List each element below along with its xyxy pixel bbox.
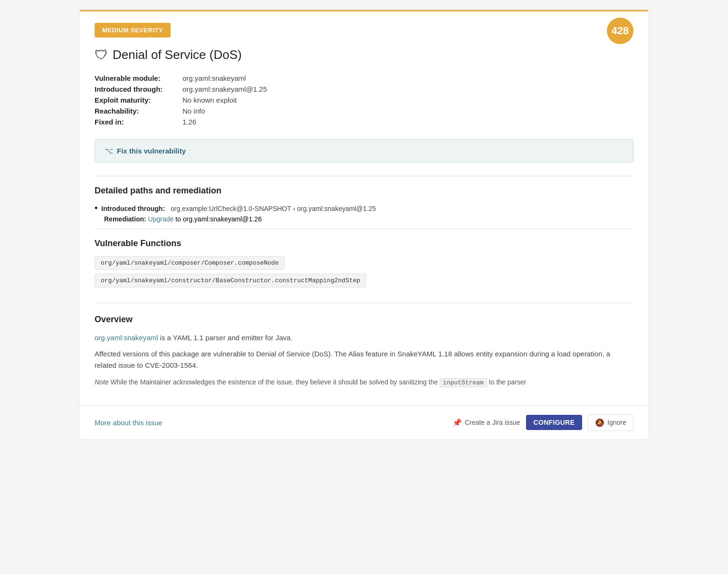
note-italic: Note	[95, 378, 109, 386]
vuln-title-row: 🛡 Denial of Service (DoS)	[95, 47, 633, 63]
bullet-icon: •	[95, 203, 97, 213]
fixed-in-value: 1.26	[182, 118, 196, 126]
overview-note: Note While the Maintainer acknowledges t…	[95, 377, 633, 388]
path-item-1: • Introduced through: org.example:UrlChe…	[95, 203, 633, 223]
divider-3	[95, 303, 633, 303]
remediation-label: Remediation:	[104, 215, 146, 223]
overview-title: Overview	[95, 315, 633, 325]
fix-banner-icon: ⌥	[105, 146, 113, 155]
shield-icon: 🛡	[95, 47, 108, 63]
meta-vulnerable-module: Vulnerable module: org.yaml:snakeyaml	[95, 74, 633, 82]
note-rest: While the Maintainer acknowledges the ex…	[109, 378, 438, 386]
introduced-through-value: org.yaml:snakeyaml@1.25	[182, 85, 267, 93]
overview-body: Affected versions of this package are vu…	[95, 348, 633, 371]
overview-section: Overview org.yaml:snakeyaml is a YAML 1.…	[95, 315, 633, 396]
vulnerable-module-value: org.yaml:snakeyaml	[182, 74, 246, 82]
ignore-label: Ignore	[607, 419, 626, 426]
note-end: to the parser	[487, 378, 527, 386]
card-body: MEDIUM SEVERITY 428 🛡 Denial of Service …	[79, 11, 649, 396]
vulnerability-card: MEDIUM SEVERITY 428 🛡 Denial of Service …	[79, 10, 649, 440]
exploit-maturity-value: No known exploit	[182, 96, 237, 104]
exploit-maturity-label: Exploit maturity:	[95, 96, 182, 104]
meta-table: Vulnerable module: org.yaml:snakeyaml In…	[95, 74, 633, 126]
vulnerable-module-label: Vulnerable module:	[95, 74, 182, 82]
more-about-link[interactable]: More about this issue	[95, 419, 163, 427]
remediation-rest: to org.yaml:snakeyaml@1.26	[173, 215, 261, 223]
configure-button[interactable]: CONFIGURE	[526, 415, 583, 430]
remediation-upgrade-link[interactable]: Upgrade	[148, 215, 174, 223]
footer-actions: 📌 Create a Jira issue CONFIGURE 🔕 Ignore	[452, 414, 633, 431]
divider-1	[95, 176, 633, 176]
ignore-icon: 🔕	[595, 418, 604, 427]
vuln-function-1: org/yaml/snakeyaml/composer/Composer.com…	[95, 256, 285, 270]
vuln-function-2: org/yaml/snakeyaml/constructor/BaseConst…	[95, 274, 366, 287]
create-jira-label: Create a Jira issue	[465, 419, 520, 426]
detailed-paths-title: Detailed paths and remediation	[95, 186, 633, 196]
meta-exploit-maturity: Exploit maturity: No known exploit	[95, 96, 633, 104]
ignore-section[interactable]: 🔕 Ignore	[588, 414, 633, 431]
meta-introduced-through: Introduced through: org.yaml:snakeyaml@1…	[95, 85, 633, 93]
overview-intro-row: org.yaml:snakeyaml is a YAML 1.1 parser …	[95, 332, 633, 344]
introduced-through-label: Introduced through:	[95, 85, 182, 93]
divider-2	[95, 229, 633, 229]
reachability-label: Reachability:	[95, 107, 182, 115]
remediation-row: Remediation: Upgrade to org.yaml:snakeya…	[104, 215, 633, 223]
jira-section: 📌 Create a Jira issue	[452, 418, 520, 427]
fix-vulnerability-banner[interactable]: ⌥ Fix this vulnerability	[95, 139, 633, 163]
meta-fixed-in: Fixed in: 1.26	[95, 118, 633, 126]
path-introduced-label: Introduced through:	[101, 205, 165, 212]
vuln-functions-title: Vulnerable Functions	[95, 239, 633, 249]
badge-count: 428	[607, 18, 633, 44]
snakeyaml-link[interactable]: org.yaml:snakeyaml	[95, 334, 158, 342]
vulnerable-functions-section: Vulnerable Functions org/yaml/snakeyaml/…	[95, 239, 633, 291]
overview-link-suffix: is a YAML 1.1 parser and emitter for Jav…	[158, 334, 292, 342]
jira-icon: 📌	[452, 418, 462, 427]
card-footer: More about this issue 📌 Create a Jira is…	[79, 405, 649, 440]
vuln-title: Denial of Service (DoS)	[113, 48, 242, 62]
reachability-value: No info	[182, 107, 205, 115]
path-intro: • Introduced through: org.example:UrlChe…	[95, 203, 633, 213]
meta-reachability: Reachability: No info	[95, 107, 633, 115]
severity-badge: MEDIUM SEVERITY	[95, 23, 171, 38]
path-introduced-value: org.example:UrlCheck@1.0-SNAPSHOT › org.…	[171, 205, 376, 212]
fix-banner-text: Fix this vulnerability	[117, 147, 186, 155]
fixed-in-label: Fixed in:	[95, 118, 182, 126]
input-stream-code: inputStream	[440, 378, 487, 387]
